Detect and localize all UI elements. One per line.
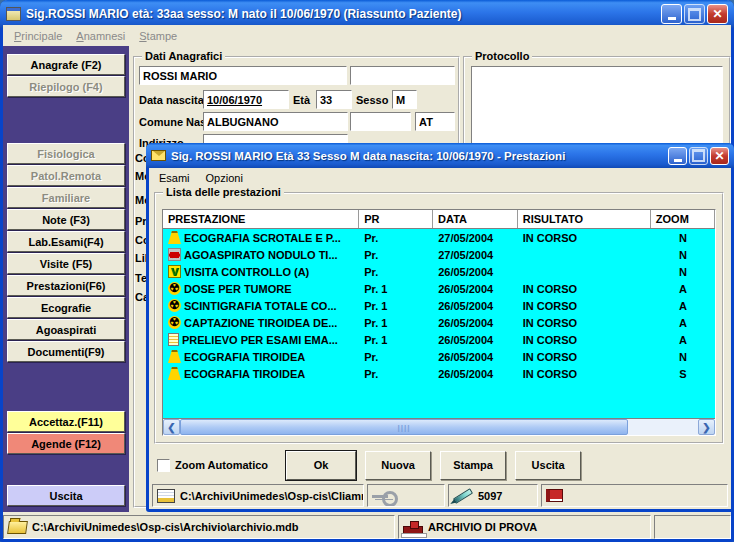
dialog-statusbar: C:\ArchiviUnimedes\Osp-cis\Cliammin 5097 (152, 484, 728, 507)
sidebar-spacer (7, 455, 125, 485)
dialog-status-path: C:\ArchiviUnimedes\Osp-cis\Cliammin (180, 490, 364, 502)
name-field[interactable]: ROSSI MARIO (139, 66, 347, 85)
thyroid-icon (168, 248, 181, 261)
table-row[interactable]: ECOGRAFIA SCROTALE E P...Pr.27/05/2004IN… (163, 229, 715, 246)
sidebar-item-agende-f12[interactable]: Agende (F12) (7, 433, 125, 454)
radiation-icon (168, 282, 181, 295)
sidebar-item-fisiologica[interactable]: Fisiologica (7, 143, 125, 164)
ultrasound-icon (168, 231, 181, 244)
column-header-prestazione[interactable]: PRESTAZIONE (163, 210, 359, 228)
scrollbar-track[interactable] (628, 419, 698, 435)
sex-field[interactable]: M (392, 90, 417, 109)
zoom-automatico-label: Zoom Automatico (175, 459, 268, 471)
radiation-icon (168, 316, 181, 329)
sidebar-item-prestazioni-f6[interactable]: Prestazioni(F6) (7, 275, 125, 296)
table-row[interactable]: SCINTIGRAFIA TOTALE CO...Pr. 126/05/2004… (163, 297, 715, 314)
age-field[interactable]: 33 (316, 90, 352, 109)
birth-label: Data nascita (139, 94, 204, 106)
column-header-risultato[interactable]: RISULTATO (518, 210, 651, 228)
main-titlebar[interactable]: Sig.ROSSI MARIO età: 33aa sesso: M nato … (0, 0, 734, 28)
risultato-cell: IN CORSO (518, 317, 651, 329)
maximize-icon[interactable] (684, 4, 705, 24)
risultato-cell: IN CORSO (518, 351, 651, 363)
zoom-cell: N (651, 351, 715, 363)
table-row[interactable]: PRELIEVO PER ESAMI EMA...Pr. 126/05/2004… (163, 331, 715, 348)
sidebar-item-uscita[interactable]: Uscita (7, 485, 125, 506)
sidebar-item-visite-f5[interactable]: Visite (F5) (7, 253, 125, 274)
key-icon (372, 490, 398, 502)
comune-field[interactable]: ALBUGNANO (203, 112, 348, 131)
sidebar-item-familiare[interactable]: Familiare (7, 187, 125, 208)
zoom-automatico-checkbox[interactable] (157, 459, 170, 472)
table-row[interactable]: VISITA CONTROLLO (A)Pr.26/05/2004N (163, 263, 715, 280)
main-window: Sig.ROSSI MARIO età: 33aa sesso: M nato … (0, 0, 734, 542)
prestazione-text: PRELIEVO PER ESAMI EMA... (182, 334, 338, 346)
pr-cell: Pr. (359, 368, 433, 380)
app-icon (6, 7, 21, 21)
data-cell: 26/05/2004 (433, 368, 518, 380)
sidebar-item-note-f3[interactable]: Note (F3) (7, 209, 125, 230)
ok-button[interactable]: Ok (286, 451, 356, 480)
archive-label: ARCHIVIO DI PROVA (428, 521, 537, 533)
column-header-data[interactable]: DATA (433, 210, 518, 228)
table-body: ECOGRAFIA SCROTALE E P...Pr.27/05/2004IN… (163, 229, 715, 418)
scroll-right-icon[interactable]: ❯ (698, 419, 715, 435)
table-row[interactable]: ECOGRAFIA TIROIDEAPr.26/05/2004IN CORSOS (163, 365, 715, 382)
main-menubar: PrincipaleAnamnesiStampe (3, 25, 731, 46)
data-cell: 26/05/2004 (433, 351, 518, 363)
column-header-pr[interactable]: PR (359, 210, 433, 228)
close-icon[interactable] (707, 4, 728, 24)
sidebar-item-anagrafe-f2[interactable]: Anagrafe (F2) (7, 54, 125, 75)
uscita-button[interactable]: Uscita (515, 451, 581, 480)
prestazione-cell: VISITA CONTROLLO (A) (163, 265, 359, 278)
stampa-button[interactable]: Stampa (440, 451, 506, 480)
radiation-icon (168, 299, 181, 312)
minimize-icon[interactable] (661, 4, 682, 24)
dialog-close-icon[interactable] (710, 147, 729, 165)
sidebar-item-agoaspirati[interactable]: Agoaspirati (7, 319, 125, 340)
partial-form-label: Pr (135, 215, 147, 227)
sex-label: Sesso (356, 94, 388, 106)
status-key-section (367, 484, 445, 507)
zoom-cell: A (651, 283, 715, 295)
dialog-menu-item-opzioni[interactable]: Opzioni (198, 170, 251, 186)
table-row[interactable]: ECOGRAFIA TIROIDEAPr.26/05/2004IN CORSON (163, 348, 715, 365)
pen-icon (453, 488, 473, 504)
prestazione-text: DOSE PER TUMORE (184, 283, 292, 295)
sidebar-item-accettaz-f11[interactable]: Accettaz.(F11) (7, 411, 125, 432)
column-header-zoom[interactable]: ZOOM (651, 210, 715, 228)
sidebar-item-ecografie[interactable]: Ecografie (7, 297, 125, 318)
table-row[interactable]: AGOASPIRATO NODULO TI...Pr.27/05/2004N (163, 246, 715, 263)
risultato-cell: IN CORSO (518, 300, 651, 312)
birth-field[interactable]: 10/06/1970 (203, 90, 289, 109)
horizontal-scrollbar[interactable]: ❮ |||| ❯ (163, 418, 715, 435)
name-field-2[interactable] (350, 66, 455, 85)
dialog-minimize-icon[interactable] (668, 147, 687, 165)
table-row[interactable]: DOSE PER TUMOREPr. 126/05/2004IN CORSOA (163, 280, 715, 297)
comune-field-2[interactable] (350, 112, 411, 131)
table-row[interactable]: CAPTAZIONE TIROIDEA DE...Pr. 126/05/2004… (163, 314, 715, 331)
scrollbar-thumb[interactable]: |||| (180, 419, 628, 435)
sidebar-item-patol-remota[interactable]: Patol.Remota (7, 165, 125, 186)
lista-prestazioni-group: Lista delle prestazioni PRESTAZIONEPRDAT… (154, 192, 724, 444)
data-cell: 27/05/2004 (433, 232, 518, 244)
zoom-cell: N (651, 266, 715, 278)
menu-item-stampe[interactable]: Stampe (132, 28, 184, 44)
sidebar-item-documenti-f9[interactable]: Documenti(F9) (7, 341, 125, 362)
dialog-menu-item-esami[interactable]: Esami (151, 170, 198, 186)
province-field[interactable]: AT (415, 112, 455, 131)
sidebar-item-riepilogo-f4[interactable]: Riepilogo (F4) (7, 76, 125, 97)
table-header: PRESTAZIONEPRDATARISULTATOZOOM (163, 210, 715, 229)
main-window-title: Sig.ROSSI MARIO età: 33aa sesso: M nato … (26, 7, 661, 21)
nuova-button[interactable]: Nuova (365, 451, 431, 480)
dialog-titlebar[interactable]: Sig. ROSSI MARIO Età 33 Sesso M data nas… (146, 143, 734, 168)
sidebar-item-lab-esami-f4[interactable]: Lab.Esami(F4) (7, 231, 125, 252)
scroll-left-icon[interactable]: ❮ (163, 419, 180, 435)
dialog-maximize-icon[interactable] (689, 147, 708, 165)
menu-item-anamnesi[interactable]: Anamnesi (69, 28, 132, 44)
pr-cell: Pr. (359, 232, 433, 244)
document-icon (168, 333, 179, 346)
prestazione-text: ECOGRAFIA TIROIDEA (184, 351, 305, 363)
dialog-title: Sig. ROSSI MARIO Età 33 Sesso M data nas… (171, 150, 668, 162)
menu-item-principale[interactable]: Principale (7, 28, 69, 44)
